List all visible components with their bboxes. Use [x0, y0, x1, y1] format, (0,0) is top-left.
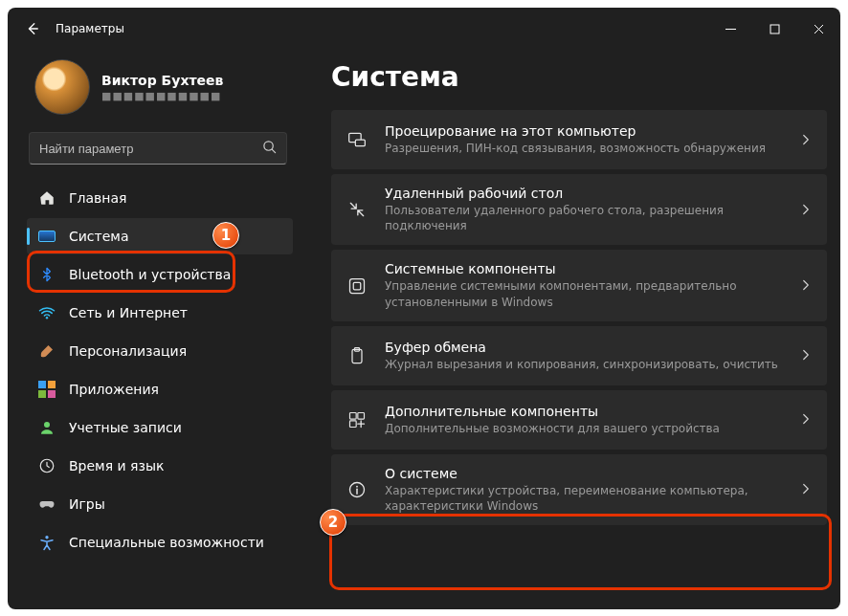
chevron-right-icon	[800, 276, 812, 295]
svg-rect-8	[350, 278, 365, 293]
card-title: Удаленный рабочий стол	[385, 186, 783, 201]
svg-point-16	[356, 486, 358, 488]
nav-item-accounts[interactable]: Учетные записи	[27, 409, 293, 446]
titlebar: Параметры	[8, 8, 840, 50]
settings-window: Параметры Виктор Бухтеев ■■■■■■■■■■■	[8, 8, 840, 609]
card-clipboard[interactable]: Буфер обмена Журнал вырезания и копирова…	[331, 326, 827, 385]
nav-item-time[interactable]: Время и язык	[27, 448, 293, 484]
back-button[interactable]	[23, 22, 42, 35]
info-icon	[346, 480, 368, 499]
nav-label: Игры	[69, 496, 105, 512]
card-desc: Пользователи удаленного рабочего стола, …	[385, 203, 783, 233]
nav: Главная Система Bluetooth и устройства	[27, 180, 293, 561]
nav-label: Главная	[69, 190, 126, 206]
nav-item-home[interactable]: Главная	[27, 180, 293, 216]
chevron-right-icon	[800, 201, 812, 219]
card-title: Дополнительные компоненты	[385, 404, 783, 419]
remote-icon	[346, 200, 368, 219]
svg-rect-13	[358, 412, 365, 419]
svg-point-5	[45, 536, 48, 539]
nav-item-personalization[interactable]: Персонализация	[27, 333, 293, 369]
nav-label: Bluetooth и устройства	[69, 267, 231, 282]
person-icon	[38, 419, 56, 436]
brush-icon	[38, 342, 56, 360]
optional-icon	[346, 410, 368, 429]
nav-item-network[interactable]: Сеть и Интернет	[27, 295, 293, 331]
nav-item-apps[interactable]: Приложения	[27, 371, 293, 407]
nav-label: Учетные записи	[69, 420, 182, 435]
apps-icon	[38, 381, 56, 398]
window-title: Параметры	[56, 22, 124, 35]
user-email: ■■■■■■■■■■■	[101, 90, 223, 102]
chevron-right-icon	[800, 131, 812, 149]
nav-label: Приложения	[69, 382, 159, 397]
card-title: Проецирование на этот компьютер	[385, 123, 783, 139]
search-box[interactable]	[29, 132, 287, 165]
nav-label: Персонализация	[69, 343, 187, 359]
user-block[interactable]: Виктор Бухтеев ■■■■■■■■■■■	[27, 57, 293, 128]
svg-rect-12	[350, 412, 357, 419]
card-system-components[interactable]: Системные компоненты Управление системны…	[331, 250, 827, 320]
settings-list: Проецирование на этот компьютер Разрешен…	[331, 110, 827, 525]
card-title: Буфер обмена	[385, 340, 783, 355]
gamepad-icon	[38, 495, 56, 513]
svg-rect-0	[770, 25, 779, 33]
bluetooth-icon	[38, 266, 56, 283]
card-desc: Характеристики устройства, переименовани…	[385, 483, 783, 514]
card-title: О системе	[385, 466, 783, 481]
chevron-right-icon	[800, 480, 812, 498]
card-desc: Управление системными компонентами, пред…	[385, 278, 783, 309]
nav-item-system[interactable]: Система	[27, 218, 293, 254]
clock-globe-icon	[38, 457, 56, 474]
chevron-right-icon	[800, 346, 812, 364]
card-desc: Журнал вырезания и копирования, синхрони…	[385, 357, 783, 372]
nav-label: Сеть и Интернет	[69, 305, 188, 320]
avatar	[34, 59, 90, 115]
card-optional-features[interactable]: Дополнительные компоненты Дополнительные…	[331, 390, 827, 450]
user-name: Виктор Бухтеев	[101, 73, 223, 88]
wifi-icon	[38, 304, 56, 321]
chevron-right-icon	[800, 410, 812, 429]
close-button[interactable]	[796, 8, 840, 50]
nav-label: Специальные возможности	[69, 535, 264, 550]
nav-label: Время и язык	[69, 458, 164, 473]
project-icon	[346, 130, 368, 149]
nav-item-accessibility[interactable]: Специальные возможности	[27, 524, 293, 561]
card-desc: Разрешения, ПИН-код связывания, возможно…	[385, 141, 783, 156]
maximize-button[interactable]	[752, 8, 796, 50]
search-icon	[262, 140, 277, 158]
svg-rect-9	[353, 282, 361, 290]
annotation-badge-2: 2	[320, 509, 346, 536]
annotation-badge-1: 1	[212, 222, 239, 249]
sidebar: Виктор Бухтеев ■■■■■■■■■■■ Главная	[8, 50, 302, 609]
display-icon	[38, 228, 56, 245]
card-remote-desktop[interactable]: Удаленный рабочий стол Пользователи удал…	[331, 174, 827, 245]
svg-point-3	[44, 422, 50, 428]
svg-rect-14	[350, 421, 357, 428]
card-desc: Дополнительные возможности для вашего ус…	[385, 421, 783, 436]
card-title: Системные компоненты	[385, 261, 783, 276]
search-input[interactable]	[39, 142, 262, 156]
nav-item-bluetooth[interactable]: Bluetooth и устройства	[27, 256, 293, 293]
window-controls	[708, 8, 840, 50]
nav-label: Система	[69, 229, 128, 244]
card-projecting[interactable]: Проецирование на этот компьютер Разрешен…	[331, 110, 827, 169]
minimize-button[interactable]	[708, 8, 752, 50]
accessibility-icon	[38, 534, 56, 551]
nav-item-gaming[interactable]: Игры	[27, 486, 293, 522]
svg-rect-7	[355, 140, 365, 146]
page-title: Система	[331, 61, 827, 93]
clipboard-icon	[346, 346, 368, 365]
main-pane: Система Проецирование на этот компьютер …	[302, 50, 840, 609]
svg-point-1	[264, 141, 273, 149]
home-icon	[38, 189, 56, 207]
components-icon	[346, 276, 368, 296]
svg-point-2	[46, 317, 48, 319]
card-about[interactable]: О системе Характеристики устройства, пер…	[331, 454, 827, 525]
